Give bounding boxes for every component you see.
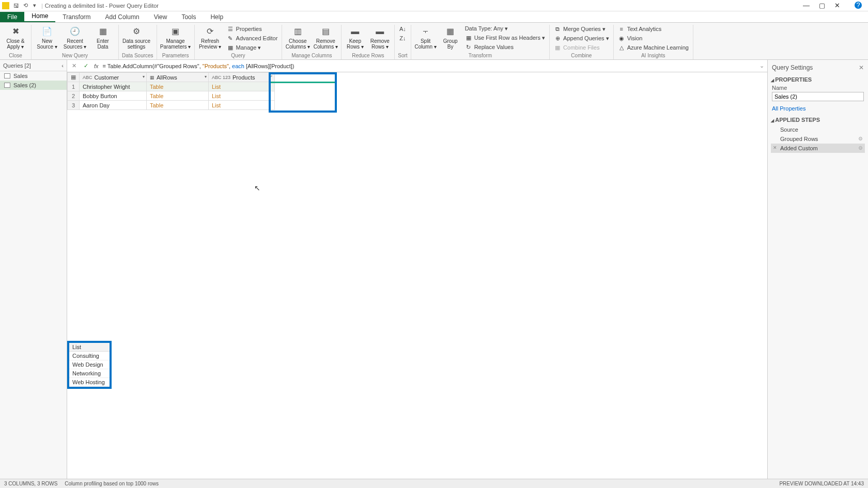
enter-data-button[interactable]: ▦Enter Data bbox=[90, 25, 115, 50]
tab-transform[interactable]: Transform bbox=[55, 12, 98, 22]
row-number[interactable]: 2 bbox=[68, 91, 80, 101]
minimize-button[interactable]: — bbox=[803, 2, 810, 9]
split-column-button[interactable]: ⫟Split Column ▾ bbox=[414, 25, 437, 50]
cell-products[interactable]: List bbox=[209, 101, 275, 110]
column-header-customer[interactable]: ABCCustomer▾ bbox=[80, 73, 147, 82]
cell-products[interactable]: List bbox=[209, 91, 275, 101]
all-properties-link[interactable]: All Properties bbox=[772, 105, 864, 112]
data-grid[interactable]: ▦ABCCustomer▾▦AllRows▾ABC 123Products⤢1C… bbox=[67, 72, 275, 110]
datatype-icon[interactable]: ▦ bbox=[150, 75, 154, 80]
qat-undo-icon[interactable]: ⟲ bbox=[21, 2, 30, 9]
first-row-headers-button[interactable]: ▦Use First Row as Headers ▾ bbox=[464, 34, 546, 42]
list-link[interactable]: List bbox=[212, 102, 221, 108]
close-apply-button[interactable]: ✖Close & Apply ▾ bbox=[3, 25, 28, 50]
gear-icon[interactable]: ⚙ bbox=[858, 136, 863, 141]
ribbon: ✖Close & Apply ▾ Close 📄New Source ▾ 🕘Re… bbox=[0, 23, 868, 60]
append-queries-button[interactable]: ⊕Append Queries ▾ bbox=[553, 34, 610, 42]
tab-tools[interactable]: Tools bbox=[174, 12, 203, 22]
cell-customer[interactable]: Aaron Day bbox=[80, 101, 147, 110]
qat-save-icon[interactable]: 🖫 bbox=[11, 3, 21, 9]
query-name-input[interactable] bbox=[772, 92, 864, 101]
list-preview-item: Consulting bbox=[69, 352, 110, 360]
vision-button[interactable]: ◉Vision bbox=[617, 34, 690, 42]
table-row[interactable]: 3Aaron DayTableList bbox=[68, 101, 275, 110]
column-filter-icon[interactable]: ▾ bbox=[143, 74, 145, 79]
sort-asc-button[interactable]: A↓ bbox=[398, 25, 407, 33]
applied-steps-header[interactable]: APPLIED STEPS bbox=[771, 117, 865, 123]
text-analytics-icon: ≡ bbox=[618, 25, 625, 33]
corner-cell[interactable]: ▦ bbox=[68, 73, 80, 82]
commit-formula-icon[interactable]: ✓ bbox=[82, 62, 90, 69]
applied-step[interactable]: Grouped Rows⚙ bbox=[771, 134, 865, 144]
row-number[interactable]: 1 bbox=[68, 82, 80, 91]
table-link[interactable]: Table bbox=[150, 102, 163, 108]
recent-sources-button[interactable]: 🕘Recent Sources ▾ bbox=[63, 25, 87, 50]
data-source-settings-button[interactable]: ⚙Data source settings bbox=[122, 25, 151, 50]
group-by-button[interactable]: ▦Group By bbox=[440, 25, 461, 50]
text-analytics-button[interactable]: ≡Text Analytics bbox=[617, 25, 690, 33]
data-type-button[interactable]: Data Type: Any ▾ bbox=[464, 25, 546, 33]
column-name: Products bbox=[233, 74, 255, 81]
close-apply-icon: ✖ bbox=[10, 26, 21, 37]
table-row[interactable]: 2Bobby BurtonTableList bbox=[68, 91, 275, 101]
tab-home[interactable]: Home bbox=[24, 11, 55, 22]
column-header-allrows[interactable]: ▦AllRows▾ bbox=[147, 73, 209, 82]
cell-customer[interactable]: Bobby Burton bbox=[80, 91, 147, 101]
properties-section-header[interactable]: PROPERTIES bbox=[771, 76, 865, 83]
close-window-button[interactable]: ✕ bbox=[834, 2, 840, 9]
remove-rows-button[interactable]: ▬Remove Rows ▾ bbox=[368, 25, 391, 50]
sort-desc-button[interactable]: Z↓ bbox=[398, 34, 407, 42]
tab-view[interactable]: View bbox=[147, 12, 175, 22]
column-filter-icon[interactable]: ⤢ bbox=[269, 74, 273, 79]
cell-customer[interactable]: Christopher Wright bbox=[80, 82, 147, 91]
azure-ml-button[interactable]: △Azure Machine Learning bbox=[617, 43, 690, 52]
cancel-formula-icon[interactable]: ✕ bbox=[70, 62, 78, 69]
app-title: Power Query Editor bbox=[109, 3, 159, 9]
name-label: Name bbox=[772, 85, 864, 91]
datatype-icon[interactable]: ABC bbox=[83, 75, 92, 80]
datatype-icon[interactable]: ABC 123 bbox=[212, 75, 230, 80]
tab-help[interactable]: Help bbox=[203, 12, 230, 22]
formula-input[interactable]: = Table.AddColumn(#"Grouped Rows", "Prod… bbox=[103, 63, 755, 69]
replace-values-button[interactable]: ↻Replace Values bbox=[464, 43, 546, 51]
list-link[interactable]: List bbox=[212, 93, 221, 99]
ribbon-group-sort: A↓ Z↓ Sort bbox=[395, 25, 411, 59]
applied-step[interactable]: Source bbox=[771, 125, 865, 134]
close-settings-icon[interactable]: ✕ bbox=[859, 64, 864, 71]
merge-queries-button[interactable]: ⧉Merge Queries ▾ bbox=[553, 25, 610, 33]
cell-allrows[interactable]: Table bbox=[147, 101, 209, 110]
new-source-button[interactable]: 📄New Source ▾ bbox=[35, 25, 59, 50]
table-row[interactable]: 1Christopher WrightTableList bbox=[68, 82, 275, 91]
keep-rows-button[interactable]: ▬Keep Rows ▾ bbox=[345, 25, 365, 50]
properties-button[interactable]: ☰Properties bbox=[226, 25, 279, 33]
fx-icon[interactable]: fx bbox=[94, 63, 99, 69]
cell-products[interactable]: List bbox=[209, 82, 275, 91]
manage-button[interactable]: ▦Manage ▾ bbox=[226, 43, 279, 52]
help-icon[interactable]: ? bbox=[855, 2, 862, 9]
tab-file[interactable]: File bbox=[0, 12, 24, 22]
ribbon-group-label: Transform bbox=[414, 53, 546, 58]
status-left: 3 COLUMNS, 3 ROWS Column profiling based… bbox=[4, 481, 159, 486]
maximize-button[interactable]: ▢ bbox=[819, 2, 825, 9]
remove-columns-button[interactable]: ▤Remove Columns ▾ bbox=[313, 25, 338, 50]
column-filter-icon[interactable]: ▾ bbox=[205, 74, 207, 79]
qat-redo-icon[interactable]: ▾ bbox=[30, 2, 39, 9]
query-item[interactable]: Sales (2) bbox=[0, 81, 67, 90]
cell-allrows[interactable]: Table bbox=[147, 82, 209, 91]
collapse-queries-icon[interactable]: ‹ bbox=[61, 62, 64, 69]
applied-step[interactable]: Added Custom⚙ bbox=[771, 144, 865, 153]
gear-icon[interactable]: ⚙ bbox=[858, 145, 863, 151]
manage-parameters-button[interactable]: ▣Manage Parameters ▾ bbox=[160, 25, 191, 50]
list-link[interactable]: List bbox=[212, 84, 221, 90]
column-header-products[interactable]: ABC 123Products⤢ bbox=[209, 73, 275, 82]
refresh-preview-button[interactable]: ⟳Refresh Preview ▾ bbox=[198, 25, 223, 50]
query-item[interactable]: Sales bbox=[0, 71, 67, 81]
table-link[interactable]: Table bbox=[150, 93, 163, 99]
cell-allrows[interactable]: Table bbox=[147, 91, 209, 101]
advanced-editor-button[interactable]: ✎Advanced Editor bbox=[226, 34, 279, 42]
expand-formula-icon[interactable]: ⌄ bbox=[760, 62, 764, 69]
choose-columns-button[interactable]: ▥Choose Columns ▾ bbox=[285, 25, 310, 50]
table-link[interactable]: Table bbox=[150, 84, 163, 90]
row-number[interactable]: 3 bbox=[68, 101, 80, 110]
tab-add-column[interactable]: Add Column bbox=[98, 12, 147, 22]
